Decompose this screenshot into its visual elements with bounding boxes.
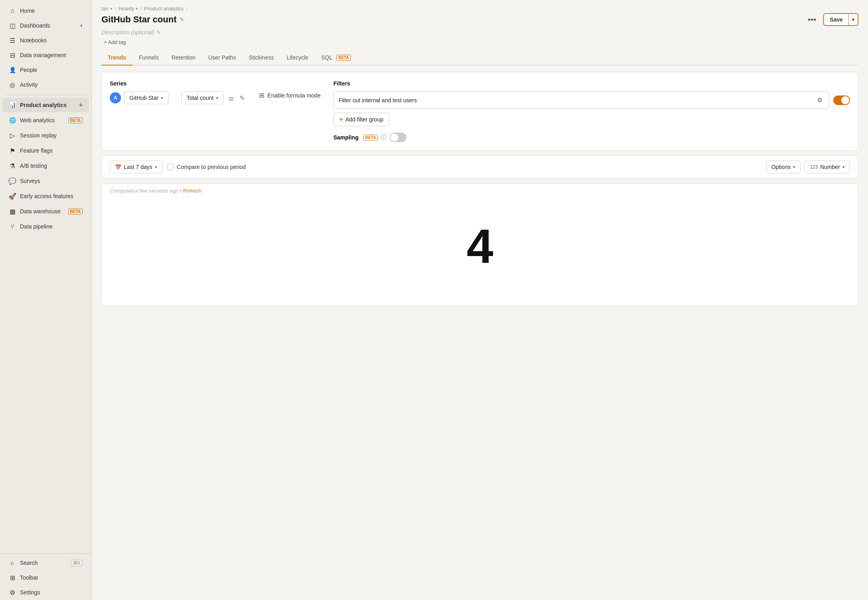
tab-sql[interactable]: SQL BETA — [315, 50, 357, 66]
edit-icon[interactable]: ✎ — [238, 93, 246, 103]
early-access-icon: 🚀 — [9, 193, 16, 200]
sidebar-item-data-warehouse[interactable]: ▦ Data warehouse BETA — [2, 204, 89, 219]
title-row: GitHub Star count ✎ ••• Save ▾ — [101, 13, 858, 26]
edit-description-icon[interactable]: ✎ — [157, 30, 161, 36]
home-icon: ⌂ — [9, 7, 16, 14]
filter-row: Filter out internal and test users ⚙ — [333, 91, 850, 109]
sidebar-item-activity[interactable]: ◎ Activity — [2, 77, 89, 92]
enable-formula-section: placeholder ⊞ Enable formula mode — [259, 80, 321, 99]
breadcrumb-separator: / — [186, 6, 188, 12]
series-section: Series A GitHub Star ▾ — [110, 80, 168, 104]
compare-checkbox[interactable] — [167, 164, 174, 170]
sidebar-item-session-replay[interactable]: ▷ Session replay — [2, 128, 89, 143]
sampling-toggle[interactable] — [390, 133, 406, 142]
sidebar-item-settings[interactable]: ⚙ Settings — [2, 585, 89, 600]
sidebar-item-people[interactable]: 👤 People — [2, 63, 89, 77]
number-icon: 123 — [810, 164, 818, 170]
sidebar-item-label: Toolbar — [20, 574, 83, 581]
sidebar-item-label: Data management — [20, 52, 83, 58]
sidebar-item-home[interactable]: ⌂ Home — [2, 4, 89, 18]
sidebar-item-product-analytics[interactable]: 📊 Product analytics + — [2, 98, 89, 112]
filter-toggle[interactable] — [833, 95, 850, 105]
edit-title-icon[interactable]: ✎ — [180, 17, 184, 23]
content-area: Series A GitHub Star ▾ placeholder T — [92, 66, 868, 600]
tab-stickiness[interactable]: Stickiness — [242, 50, 280, 66]
sidebar-item-search[interactable]: ⌕ Search ⌘K — [2, 556, 89, 570]
sidebar-item-data-pipeline[interactable]: ⑂ Data pipeline — [2, 219, 89, 234]
series-filters-panel: Series A GitHub Star ▾ placeholder T — [101, 72, 858, 151]
sampling-beta-badge: BETA — [363, 135, 378, 141]
feature-flags-icon: ⚑ — [9, 147, 16, 154]
sampling-label: Sampling — [333, 134, 359, 141]
enable-formula-row[interactable]: ⊞ Enable formula mode — [259, 91, 321, 99]
compare-checkbox-label[interactable]: Compare to previous period — [167, 164, 246, 170]
series-name-dropdown[interactable]: GitHub Star ▾ — [124, 91, 168, 104]
tab-label: Lifecycle — [287, 54, 308, 61]
sidebar-item-label: Dashboards — [20, 22, 76, 29]
sidebar-item-dashboards[interactable]: ◫ Dashboards ▾ — [2, 18, 89, 33]
beta-badge: BETA — [68, 209, 83, 215]
refresh-link[interactable]: Refresh — [183, 188, 202, 194]
number-display-dropdown[interactable]: 123 Number ▾ — [805, 161, 850, 173]
add-tag-button[interactable]: + Add tag — [101, 38, 128, 46]
plus-icon: + — [339, 116, 343, 123]
breadcrumb-label: Howdy — [119, 6, 135, 12]
product-analytics-icon: 📊 — [9, 101, 16, 109]
sidebar-item-notebooks[interactable]: ☰ Notebooks — [2, 33, 89, 48]
sidebar-item-label: Home — [20, 8, 83, 14]
breadcrumb-howdy[interactable]: Howdy ▾ — [119, 6, 138, 12]
people-icon: 👤 — [9, 66, 16, 74]
formula-label: Enable formula mode — [268, 92, 321, 99]
breadcrumb: Ian ▾ / Howdy ▾ / Product analytics / — [101, 6, 858, 12]
options-dropdown[interactable]: Options ▾ — [766, 161, 801, 173]
sidebar-item-web-analytics[interactable]: 🌐 Web analytics BETA — [2, 113, 89, 127]
sidebar-item-early-access[interactable]: 🚀 Early access features — [2, 189, 89, 203]
info-icon[interactable]: ⓘ — [381, 134, 386, 141]
toggle-thumb — [841, 96, 849, 104]
series-filters-row: Series A GitHub Star ▾ placeholder T — [110, 80, 850, 142]
tab-user-paths[interactable]: User Paths — [202, 50, 242, 66]
header: Ian ▾ / Howdy ▾ / Product analytics / Gi… — [92, 0, 868, 66]
tabs-row: Trends Funnels Retention User Paths Stic… — [101, 50, 858, 66]
sidebar-item-label: Surveys — [20, 178, 83, 184]
filters-section: Filters Filter out internal and test use… — [333, 80, 850, 142]
main-content: Ian ▾ / Howdy ▾ / Product analytics / Gi… — [92, 0, 868, 600]
sidebar-item-toolbar[interactable]: ⊞ Toolbar — [2, 570, 89, 585]
sidebar-bottom: ⌕ Search ⌘K ⊞ Toolbar ⚙ Settings — [0, 553, 91, 600]
number-label: Number — [820, 164, 840, 170]
data-management-icon: ⊟ — [9, 52, 16, 59]
tab-trends[interactable]: Trends — [101, 50, 133, 66]
sidebar-item-label: Feature flags — [20, 147, 83, 154]
filter-icon[interactable]: ⚌ — [227, 93, 236, 103]
add-filter-group-label: Add filter group — [345, 116, 383, 123]
sidebar-item-surveys[interactable]: 💬 Surveys — [2, 174, 89, 188]
options-bar: 📅 Last 7 days ▾ Compare to previous peri… — [101, 155, 858, 179]
filter-settings-icon[interactable]: ⚙ — [815, 95, 824, 105]
metric-dropdown[interactable]: Total count ▾ — [181, 91, 224, 104]
page-title: GitHub Star count ✎ — [101, 14, 184, 25]
sampling-row: Sampling BETA ⓘ — [333, 133, 850, 142]
date-range-dropdown[interactable]: 📅 Last 7 days ▾ — [110, 161, 163, 173]
more-options-button[interactable]: ••• — [805, 14, 819, 26]
save-label[interactable]: Save — [824, 14, 849, 25]
chevron-down-icon: ▾ — [793, 165, 795, 170]
series-label: Series — [110, 80, 168, 87]
tab-retention[interactable]: Retention — [165, 50, 202, 66]
sidebar-item-data-management[interactable]: ⊟ Data management — [2, 48, 89, 62]
chevron-down-icon: ▾ — [216, 95, 218, 101]
add-new-button[interactable]: + — [79, 101, 83, 109]
computed-text: Computed a few seconds ago • Refresh — [110, 188, 850, 194]
breadcrumb-product-analytics[interactable]: Product analytics — [144, 6, 184, 12]
formula-section: placeholder Total count ▾ ⚌ ✎ — [181, 80, 246, 104]
sidebar-item-feature-flags[interactable]: ⚑ Feature flags — [2, 143, 89, 158]
breadcrumb-separator: / — [140, 6, 142, 12]
save-button[interactable]: Save ▾ — [823, 13, 858, 26]
breadcrumb-ian[interactable]: Ian ▾ — [101, 6, 112, 12]
sidebar-item-ab-testing[interactable]: ⚗ A/B testing — [2, 159, 89, 173]
sidebar-item-label: Search — [20, 560, 67, 566]
save-chevron-icon[interactable]: ▾ — [849, 15, 858, 25]
tab-funnels[interactable]: Funnels — [133, 50, 165, 66]
tab-lifecycle[interactable]: Lifecycle — [280, 50, 315, 66]
chevron-down-icon: ▾ — [110, 6, 112, 11]
add-filter-group-button[interactable]: + Add filter group — [333, 113, 389, 126]
